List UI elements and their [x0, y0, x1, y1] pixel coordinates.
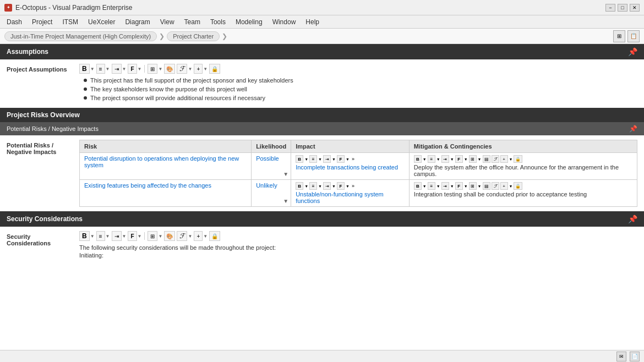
sec-italic-button[interactable]: ℱ: [177, 231, 187, 241]
mit-plus-2[interactable]: +: [500, 182, 508, 190]
impact-indent-2[interactable]: ⇥: [323, 182, 331, 190]
doc-icon[interactable]: 📄: [630, 352, 640, 361]
impact-f-arrow-1[interactable]: ▼: [346, 157, 350, 161]
impact-bold-1[interactable]: B: [296, 155, 303, 163]
sec-italic-arrow[interactable]: ▼: [188, 234, 192, 239]
menu-tools[interactable]: Tools: [206, 17, 230, 27]
bold-button[interactable]: B: [79, 64, 90, 74]
impact-more-2[interactable]: »: [352, 183, 354, 189]
mit-color-2[interactable]: ▤: [483, 182, 490, 190]
impact-l-arrow-1[interactable]: ▼: [318, 157, 322, 161]
expand-icon-1[interactable]: ▼: [283, 171, 288, 177]
font-dropdown-arrow[interactable]: ▼: [138, 67, 142, 72]
mit-p-arrow-1[interactable]: ▼: [509, 157, 513, 161]
sec-font-button[interactable]: F: [128, 231, 137, 241]
font-dropdown[interactable]: F ▼: [128, 64, 141, 74]
plus-dropdown-arrow[interactable]: ▼: [203, 67, 208, 72]
risks-pin-icon[interactable]: 📌: [629, 125, 637, 133]
impact-font-1[interactable]: F: [337, 155, 345, 163]
impact-bold-2[interactable]: B: [296, 182, 303, 190]
mit-i-arrow-2[interactable]: ▼: [450, 184, 454, 188]
mit-list-1[interactable]: ≡: [428, 155, 435, 163]
sec-font-arrow[interactable]: ▼: [138, 234, 142, 239]
breadcrumb-charter[interactable]: Project Charter: [167, 31, 220, 41]
impact-b-arrow-1[interactable]: ▼: [304, 157, 308, 161]
bold-dropdown[interactable]: B ▼: [79, 64, 95, 74]
sec-indent-arrow[interactable]: ▼: [122, 234, 127, 239]
list-dropdown-arrow[interactable]: ▼: [106, 67, 110, 72]
breadcrumb-doc-icon[interactable]: 📋: [627, 30, 640, 42]
mit-t-arrow-1[interactable]: ▼: [478, 157, 482, 161]
table-dropdown[interactable]: ⊞ ▼: [148, 64, 162, 74]
breadcrumb-grid-icon[interactable]: ⊞: [613, 30, 625, 42]
mit-bold-1[interactable]: B: [414, 155, 422, 163]
impact-i-arrow-2[interactable]: ▼: [332, 184, 336, 188]
impact-font-2[interactable]: F: [337, 182, 345, 190]
indent-dropdown-arrow[interactable]: ▼: [122, 67, 127, 72]
impact-list-2[interactable]: ≡: [309, 182, 317, 190]
italic-button[interactable]: ℱ: [177, 64, 187, 74]
sec-bold-button[interactable]: B: [79, 231, 90, 241]
window-controls[interactable]: − □ ✕: [605, 4, 640, 12]
sec-bold-dropdown[interactable]: B ▼: [79, 231, 95, 241]
impact-l-arrow-2[interactable]: ▼: [318, 184, 322, 188]
impact-i-arrow-1[interactable]: ▼: [332, 157, 336, 161]
impact-b-arrow-2[interactable]: ▼: [304, 184, 308, 188]
mit-plus-1[interactable]: +: [500, 155, 508, 163]
mit-l-arrow-2[interactable]: ▼: [436, 184, 440, 188]
indent-button[interactable]: ⇥: [112, 64, 122, 74]
assumptions-pin-icon[interactable]: 📌: [628, 47, 637, 56]
menu-window[interactable]: Window: [268, 17, 301, 27]
plus-dropdown[interactable]: + ▼: [194, 64, 208, 74]
sec-table-arrow[interactable]: ▼: [158, 234, 162, 239]
menu-uexceler[interactable]: UeXceler: [84, 17, 119, 27]
sec-table-button[interactable]: ⊞: [148, 231, 157, 241]
mit-table-2[interactable]: ⊞: [469, 182, 477, 190]
lock-button[interactable]: 🔒: [209, 64, 220, 74]
mit-b-arrow-1[interactable]: ▼: [423, 157, 427, 161]
color-button[interactable]: 🎨: [164, 64, 175, 74]
mit-list-2[interactable]: ≡: [428, 182, 435, 190]
insert-button[interactable]: +: [194, 64, 203, 74]
menu-help[interactable]: Help: [301, 17, 324, 27]
close-button[interactable]: ✕: [630, 4, 640, 12]
mit-f-arrow-1[interactable]: ▼: [464, 157, 468, 161]
indent-dropdown[interactable]: ⇥ ▼: [112, 64, 127, 74]
mit-italic-1[interactable]: ℱ: [492, 155, 499, 163]
sec-indent-button[interactable]: ⇥: [112, 231, 122, 241]
mit-italic-2[interactable]: ℱ: [492, 182, 499, 190]
sec-indent-dropdown[interactable]: ⇥ ▼: [112, 231, 127, 241]
sec-color-button[interactable]: 🎨: [164, 231, 175, 241]
font-button[interactable]: F: [128, 64, 137, 74]
mit-b-arrow-2[interactable]: ▼: [423, 184, 427, 188]
expand-icon-2[interactable]: ▼: [283, 198, 288, 204]
bold-dropdown-arrow[interactable]: ▼: [90, 67, 95, 72]
sec-lock-button[interactable]: 🔒: [209, 231, 220, 241]
sec-italic-dropdown[interactable]: ℱ ▼: [177, 231, 192, 241]
mit-bold-2[interactable]: B: [414, 182, 422, 190]
menu-project[interactable]: Project: [28, 17, 57, 27]
sec-list-arrow[interactable]: ▼: [106, 234, 110, 239]
list-button[interactable]: ≡: [96, 64, 105, 74]
menu-diagram[interactable]: Diagram: [121, 17, 154, 27]
sec-table-dropdown[interactable]: ⊞ ▼: [148, 231, 162, 241]
list-dropdown[interactable]: ≡ ▼: [96, 64, 110, 74]
email-icon[interactable]: ✉: [616, 352, 626, 361]
mit-lock-2[interactable]: 🔒: [514, 182, 522, 190]
sec-font-dropdown[interactable]: F ▼: [128, 231, 141, 241]
risk-link-2[interactable]: Existing features being affected by the …: [84, 182, 211, 189]
breadcrumb-actions[interactable]: ⊞ 📋: [613, 30, 640, 42]
impact-f-arrow-2[interactable]: ▼: [346, 184, 350, 188]
table-button[interactable]: ⊞: [148, 64, 157, 74]
sec-plus-arrow[interactable]: ▼: [203, 234, 208, 239]
impact-list-1[interactable]: ≡: [309, 155, 317, 163]
maximize-button[interactable]: □: [618, 4, 627, 12]
sec-bold-arrow[interactable]: ▼: [90, 234, 95, 239]
minimize-button[interactable]: −: [605, 4, 615, 12]
italic-dropdown-arrow[interactable]: ▼: [188, 67, 192, 72]
mit-i-arrow-1[interactable]: ▼: [450, 157, 454, 161]
impact-indent-1[interactable]: ⇥: [323, 155, 331, 163]
security-pin-icon[interactable]: 📌: [628, 215, 637, 223]
menu-modeling[interactable]: Modeling: [231, 17, 267, 27]
sec-list-button[interactable]: ≡: [96, 231, 105, 241]
